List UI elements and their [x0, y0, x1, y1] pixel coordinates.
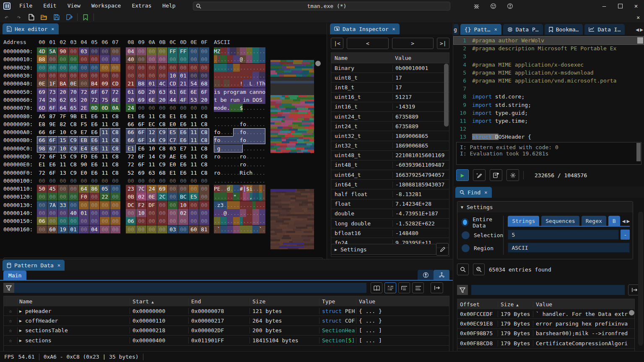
hex-ascii-cell[interactable]: u [233, 96, 236, 104]
hex-byte-cell[interactable]: 23 [126, 185, 136, 193]
hex-ascii-cell[interactable] [220, 88, 223, 96]
hex-byte-cell[interactable]: 44 [168, 96, 178, 104]
hex-ascii-cell[interactable]: . [243, 217, 246, 225]
hex-ascii-cell[interactable]: o [217, 136, 221, 144]
hex-byte-cell[interactable]: 73 [47, 88, 57, 96]
code-line[interactable]: 9import std.string; [454, 101, 644, 109]
hex-byte-cell[interactable]: 82 [58, 120, 68, 128]
hex-ascii-cell[interactable]: . [227, 145, 230, 153]
hex-byte-cell[interactable]: 00 [89, 177, 99, 185]
hex-ascii-cell[interactable]: . [249, 55, 253, 63]
pattern-editor-code[interactable]: 1#pragma author WerWolv2#pragma descript… [454, 35, 644, 140]
hex-byte-cell[interactable]: E6 [89, 120, 99, 128]
hex-ascii-cell[interactable]: . [223, 160, 227, 168]
menu-help[interactable]: Help [157, 0, 181, 12]
hex-byte-cell[interactable]: E1 [168, 112, 178, 120]
undo-button[interactable]: ↶ [0, 12, 13, 22]
hex-byte-cell[interactable]: 6F [136, 128, 146, 136]
tab-datai[interactable]: Data I… [584, 24, 625, 35]
hex-ascii-cell[interactable]: . [252, 193, 256, 201]
hex-ascii-cell[interactable]: . [214, 201, 217, 209]
hex-byte-cell[interactable]: B8 [136, 80, 146, 88]
hex-ascii-cell[interactable]: . [230, 185, 233, 193]
hex-byte-cell[interactable]: 72 [126, 160, 136, 168]
hex-ascii-cell[interactable]: z [217, 201, 221, 209]
hex-ascii-cell[interactable]: . [262, 128, 265, 136]
hex-ascii-cell[interactable]: . [259, 47, 262, 55]
hex-ascii-cell[interactable]: o [217, 128, 221, 136]
hex-ascii-cell[interactable]: . [262, 225, 265, 233]
hex-byte-cell[interactable]: 11 [100, 169, 110, 177]
hex-ascii-cell[interactable]: . [227, 120, 230, 128]
hex-ascii-cell[interactable]: . [259, 145, 262, 153]
hex-byte-cell[interactable]: E1 [126, 145, 136, 153]
hex-ascii-cell[interactable]: . [252, 64, 256, 72]
docs-view-button[interactable] [371, 282, 382, 293]
toolbar-close-icon[interactable]: ✕ [636, 14, 640, 21]
hex-byte-cell[interactable]: C9 [157, 153, 167, 160]
hex-ascii-cell[interactable]: . [214, 160, 217, 168]
hex-minimap[interactable] [270, 60, 314, 249]
hex-ascii-cell[interactable]: . [246, 193, 249, 201]
hex-ascii-cell[interactable]: p [223, 88, 227, 96]
hex-byte-cell[interactable]: 00 [110, 193, 120, 201]
hex-ascii-cell[interactable]: ! [256, 80, 259, 88]
hex-ascii-cell[interactable]: . [240, 145, 243, 153]
hex-byte-cell[interactable]: 6E [147, 96, 157, 104]
hex-byte-cell[interactable]: 00 [199, 177, 209, 185]
pattern-row[interactable]: ☆▶peHeader0x000000000x00000078121 bytess… [4, 306, 449, 316]
save-button[interactable] [50, 12, 63, 22]
hex-byte-cell[interactable]: C8 [68, 160, 78, 168]
hex-byte-cell[interactable]: E0 [168, 160, 178, 168]
scroll-modes-left-icon[interactable]: ◀ [622, 218, 626, 224]
inspector-row[interactable]: int48_t-60393961109487 [331, 160, 449, 170]
hex-byte-cell[interactable]: 69 [136, 169, 146, 177]
hex-byte-cell[interactable]: 20 [199, 96, 209, 104]
hex-byte-cell[interactable]: 66 [126, 120, 136, 128]
hex-ascii-cell[interactable]: . [223, 145, 227, 153]
hex-ascii-cell[interactable]: . [249, 177, 253, 185]
hex-byte-cell[interactable]: 00 [89, 47, 99, 55]
hex-byte-cell[interactable]: 00 [110, 47, 120, 55]
hex-byte-cell[interactable]: 21 [178, 80, 188, 88]
hex-byte-cell[interactable]: 00 [126, 177, 136, 185]
hex-byte-cell[interactable]: C8 [157, 120, 167, 128]
hex-ascii-cell[interactable]: . [220, 128, 223, 136]
hex-ascii-cell[interactable]: . [249, 72, 253, 80]
hex-ascii-cell[interactable]: . [252, 217, 256, 225]
hex-byte-cell[interactable]: C9 [68, 153, 78, 160]
hex-byte-cell[interactable]: 5A [47, 47, 57, 55]
hex-ascii-cell[interactable]: . [262, 153, 265, 160]
hex-byte-cell[interactable]: 00 [47, 217, 57, 225]
hex-byte-cell[interactable]: 00 [168, 217, 178, 225]
find-result-row[interactable]: 0x00EC91E8179 Byteserror parsing hex pre… [457, 319, 634, 328]
hex-byte-cell[interactable]: 00 [68, 55, 78, 63]
hex-byte-cell[interactable]: 15 [58, 153, 68, 160]
hex-byte-cell[interactable]: 00 [157, 225, 167, 233]
hex-byte-cell[interactable]: 9B [68, 112, 78, 120]
tab-pattern-data[interactable]: Pattern Data ✕ [3, 260, 65, 271]
close-button[interactable]: ✕ [628, 0, 644, 12]
hex-byte-cell[interactable]: 63 [147, 169, 157, 177]
help-icon[interactable] [504, 0, 516, 12]
hex-ascii-cell[interactable]: . [220, 217, 223, 225]
hex-ascii-cell[interactable]: d [227, 185, 230, 193]
hex-ascii-cell[interactable] [246, 88, 249, 96]
hex-ascii-cell[interactable]: . [262, 120, 265, 128]
hex-byte-cell[interactable]: 00 [68, 185, 78, 193]
hex-ascii-cell[interactable]: . [246, 201, 249, 209]
hex-ascii-cell[interactable]: . [236, 201, 240, 209]
hex-ascii-cell[interactable] [249, 96, 253, 104]
hex-byte-cell[interactable]: 00 [79, 201, 89, 209]
hex-byte-cell[interactable]: 64 [79, 185, 89, 193]
hex-ascii-cell[interactable]: . [262, 209, 265, 217]
hex-ascii-cell[interactable]: M [214, 47, 217, 55]
hex-byte-cell[interactable]: 11 [189, 112, 199, 120]
hex-ascii-cell[interactable]: . [262, 47, 265, 55]
hex-byte-cell[interactable]: 00 [199, 47, 209, 55]
hex-ascii-cell[interactable]: . [230, 72, 233, 80]
hex-ascii-cell[interactable]: . [233, 47, 236, 55]
hex-ascii-cell[interactable]: . [246, 128, 249, 136]
hex-byte-cell[interactable]: 00 [136, 47, 146, 55]
hex-ascii-cell[interactable]: . [223, 169, 227, 177]
